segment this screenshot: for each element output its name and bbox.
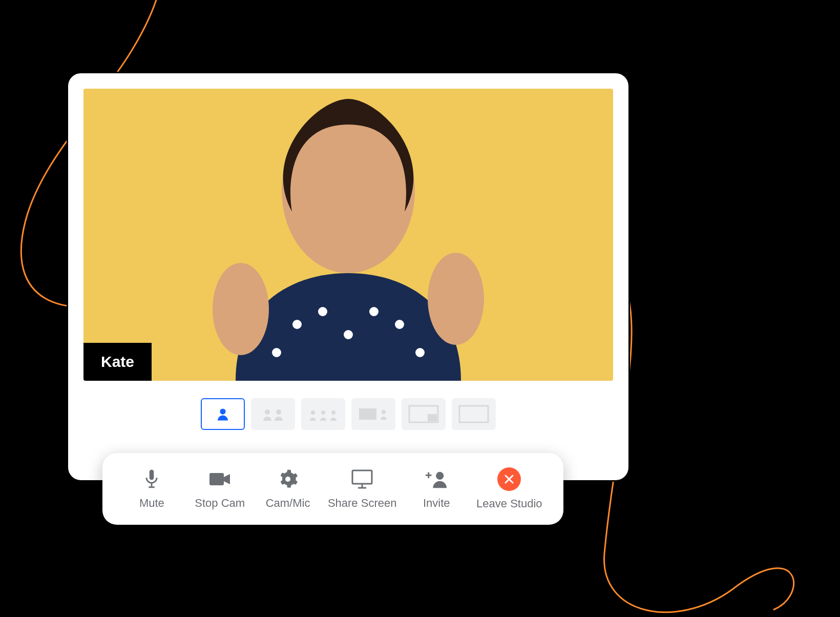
studio-window: Kate [67,72,630,482]
svg-point-13 [311,410,315,415]
svg-point-1 [292,320,302,329]
add-person-icon [425,468,448,490]
cam-mic-label: Cam/Mic [266,497,310,510]
svg-point-5 [272,348,281,357]
layout-three-up[interactable] [301,398,345,430]
stop-cam-button[interactable]: Stop Cam [192,468,248,510]
mute-label: Mute [139,497,164,510]
svg-rect-21 [150,469,154,480]
leave-studio-button[interactable]: Leave Studio [476,467,542,510]
svg-rect-24 [209,473,224,485]
svg-point-14 [321,410,325,415]
svg-rect-19 [428,414,437,421]
camera-icon [208,468,231,490]
participant-avatar [184,94,512,381]
share-screen-button[interactable]: Share Screen [328,468,397,510]
three-people-icon [307,406,340,422]
svg-point-2 [318,307,327,316]
svg-point-3 [369,307,379,316]
svg-point-11 [265,409,270,415]
layout-picker [83,398,613,430]
leave-label: Leave Studio [476,497,542,510]
svg-point-4 [395,320,404,329]
close-icon [497,467,521,491]
invite-label: Invite [423,497,450,510]
person-icon [215,406,230,422]
svg-point-7 [344,330,353,339]
svg-point-17 [382,410,386,414]
participant-name: Kate [101,353,134,370]
svg-point-9 [428,253,484,345]
screen-only-icon [457,404,490,424]
screen-plus-person-icon [357,405,390,423]
svg-point-6 [415,348,425,357]
share-screen-label: Share Screen [328,497,397,510]
monitor-icon [351,468,373,490]
svg-rect-16 [359,408,376,420]
svg-rect-20 [459,406,488,422]
invite-button[interactable]: Invite [408,468,465,510]
svg-point-25 [285,477,290,482]
microphone-icon [140,468,163,490]
layout-screen-plus-one[interactable] [351,398,395,430]
participant-name-tag: Kate [83,343,152,381]
control-toolbar: Mute Stop Cam Cam/Mic Share Scre [102,453,563,525]
svg-point-10 [220,408,225,414]
svg-point-8 [213,263,269,355]
video-feed: Kate [83,89,613,381]
svg-point-15 [331,410,335,415]
layout-solo[interactable] [201,398,245,430]
svg-point-29 [436,472,444,480]
cam-mic-settings-button[interactable]: Cam/Mic [260,468,316,510]
mute-button[interactable]: Mute [123,468,180,510]
pip-icon [407,404,440,424]
svg-point-12 [276,409,281,415]
stop-cam-label: Stop Cam [195,497,245,510]
layout-screen-only[interactable] [452,398,496,430]
two-people-icon [259,406,287,422]
svg-rect-26 [352,470,372,484]
layout-two-up[interactable] [251,398,295,430]
layout-pip[interactable] [402,398,446,430]
gear-icon [277,468,299,490]
